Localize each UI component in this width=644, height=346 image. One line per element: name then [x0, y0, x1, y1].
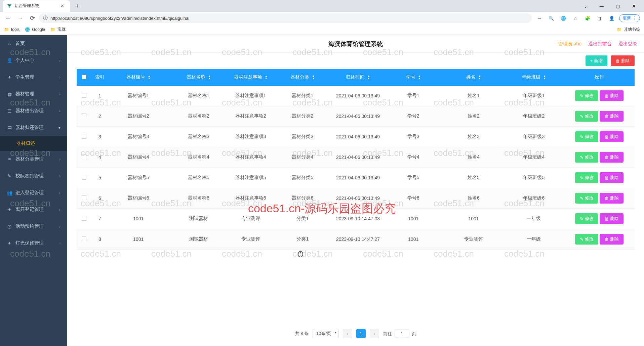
- new-tab-button[interactable]: +: [73, 1, 82, 11]
- edit-button[interactable]: ✎ 修改: [575, 111, 598, 122]
- page-number-button[interactable]: 1: [356, 329, 366, 338]
- edit-button[interactable]: ✎ 修改: [575, 213, 598, 224]
- sidebar-item-8[interactable]: 👥进入登记管理›: [0, 184, 67, 201]
- cell-sname: 姓名3: [443, 127, 504, 147]
- sidebar-item-5[interactable]: ▤器材归还管理▾: [0, 119, 67, 136]
- cell-code: 器材编号6: [108, 188, 168, 209]
- bookmark-google[interactable]: 🌐 Google: [25, 27, 45, 32]
- bookmark-star-icon[interactable]: ☆: [571, 13, 580, 23]
- delete-button[interactable]: 🗑 删除: [600, 152, 623, 163]
- sort-icon: ▲▼: [208, 75, 211, 80]
- edit-button[interactable]: ✎ 修改: [575, 193, 598, 204]
- search-icon[interactable]: 🔍: [547, 13, 556, 23]
- cell-time: 2021-04-06 00:13:49: [333, 147, 383, 168]
- edit-button[interactable]: ✎ 修改: [575, 131, 598, 142]
- profile-icon[interactable]: 👤: [607, 13, 616, 23]
- cell-code: 1001: [108, 209, 168, 229]
- cell-sno: 学号1: [383, 86, 443, 106]
- reload-button[interactable]: ⟳: [27, 13, 38, 24]
- select-all-checkbox[interactable]: [82, 75, 86, 79]
- cell-sname: 姓名5: [443, 168, 504, 188]
- column-header[interactable]: 索引: [91, 69, 108, 86]
- browser-tab[interactable]: 后台管理系统 ✕: [3, 0, 70, 12]
- content: 索引器材编号 ▲▼器材名称 ▲▼器材注意事项 ▲▼器材分类 ▲▼归还时间 ▲▼学…: [67, 69, 644, 346]
- bookmark-treasure[interactable]: 📁 宝藏: [50, 27, 66, 32]
- row-checkbox[interactable]: [82, 114, 86, 118]
- sidebar-item-2[interactable]: ✈学生管理›: [0, 69, 67, 86]
- column-header[interactable]: 归还时间 ▲▼: [333, 69, 383, 86]
- sidebar-item-10[interactable]: ◷活动预约管理›: [0, 218, 67, 235]
- sidebar-item-6[interactable]: ≡器材分类管理›: [0, 151, 67, 168]
- site-info-icon[interactable]: ⓘ: [43, 15, 48, 21]
- column-header[interactable]: 器材编号 ▲▼: [108, 69, 168, 86]
- nav-icon: ◷: [7, 224, 12, 229]
- edit-button[interactable]: ✎ 修改: [575, 234, 598, 245]
- logout-link[interactable]: 退出登录: [618, 41, 637, 47]
- forward-button[interactable]: →: [15, 13, 26, 24]
- logout-front-link[interactable]: 退出到前台: [588, 41, 612, 47]
- delete-button[interactable]: 🗑 删除: [600, 111, 623, 122]
- delete-button[interactable]: 🗑 删除: [600, 172, 623, 183]
- column-header[interactable]: 操作: [564, 69, 635, 86]
- page-jump-input[interactable]: [395, 330, 409, 338]
- column-header[interactable]: 器材注意事项 ▲▼: [229, 69, 273, 86]
- delete-button[interactable]: 🗑 删除: [600, 234, 623, 245]
- edit-button[interactable]: ✎ 修改: [575, 172, 598, 183]
- sidebar-item-1[interactable]: 👤个人中心›: [0, 52, 67, 69]
- sidebar-item-11[interactable]: ✦灯光保修管理›: [0, 235, 67, 252]
- sidebar-item-4[interactable]: ☰器材借出管理›: [0, 102, 67, 119]
- column-header[interactable]: 姓名 ▲▼: [443, 69, 504, 86]
- prev-page-button[interactable]: ‹: [343, 329, 352, 338]
- trash-icon: 🗑: [615, 58, 620, 63]
- sidebar-item-9[interactable]: ✈离开登记管理›: [0, 201, 67, 218]
- row-checkbox[interactable]: [82, 236, 86, 241]
- page-size-selector[interactable]: 10条/页 ▾: [313, 329, 339, 338]
- row-checkbox[interactable]: [82, 155, 86, 159]
- cell-name: 测试器材: [168, 229, 229, 250]
- other-bookmarks[interactable]: 📁 其他书签: [617, 27, 640, 32]
- back-button[interactable]: ←: [3, 13, 13, 24]
- maximize-button[interactable]: ▢: [610, 1, 625, 11]
- table-wrap: 索引器材编号 ▲▼器材名称 ▲▼器材注意事项 ▲▼器材分类 ▲▼归还时间 ▲▼学…: [77, 69, 635, 325]
- app: ⌂首页👤个人中心›✈学生管理›▦器材管理›☰器材借出管理›▤器材归还管理▾器材归…: [0, 35, 644, 346]
- column-header[interactable]: 学号 ▲▼: [383, 69, 443, 86]
- row-checkbox[interactable]: [82, 93, 86, 98]
- sidebar-item-0[interactable]: ⌂首页: [0, 35, 67, 52]
- row-checkbox[interactable]: [82, 216, 86, 221]
- extensions-icon[interactable]: 🧩: [583, 13, 592, 23]
- next-page-button[interactable]: ›: [370, 329, 379, 338]
- delete-button[interactable]: 🗑 删除: [600, 193, 623, 204]
- edit-button[interactable]: ✎ 修改: [575, 90, 598, 101]
- minimize-button[interactable]: —: [594, 1, 609, 11]
- key-icon[interactable]: ⊸: [534, 13, 544, 23]
- update-button[interactable]: 更新⋮: [619, 14, 640, 22]
- bookmark-tools[interactable]: 📁 tools: [4, 27, 19, 32]
- cell-sname: 姓名6: [443, 188, 504, 209]
- close-tab-icon[interactable]: ✕: [61, 3, 66, 9]
- delete-button[interactable]: 🗑 删除: [600, 131, 623, 142]
- cell-sno: 学号5: [383, 168, 443, 188]
- sidebar-subitem[interactable]: 器材归还: [0, 136, 67, 151]
- column-header[interactable]: 年级班级 ▲▼: [504, 69, 564, 86]
- nav-label: 器材归还管理: [15, 125, 44, 131]
- trash-icon: 🗑: [604, 237, 609, 242]
- row-checkbox[interactable]: [82, 196, 86, 200]
- column-header[interactable]: 器材名称 ▲▼: [168, 69, 229, 86]
- column-header[interactable]: 器材分类 ▲▼: [273, 69, 333, 86]
- delete-button[interactable]: 🗑 删除: [600, 213, 623, 224]
- delete-top-button[interactable]: 🗑 删除: [611, 55, 635, 66]
- add-button[interactable]: + 新增: [586, 55, 607, 66]
- translate-icon[interactable]: 🌐: [559, 13, 568, 23]
- close-window-button[interactable]: ✕: [627, 1, 641, 11]
- row-checkbox[interactable]: [82, 175, 86, 180]
- edit-button[interactable]: ✎ 修改: [575, 152, 598, 163]
- sort-icon: ▲▼: [312, 75, 315, 80]
- chevron-down-icon[interactable]: ⌄: [578, 1, 593, 11]
- sidebar-item-7[interactable]: ✎校队签到管理›: [0, 168, 67, 184]
- url-input[interactable]: [50, 16, 528, 21]
- pagination: 共 8 条 10条/页 ▾ ‹ 1 › 前往 页: [77, 325, 635, 342]
- row-checkbox[interactable]: [82, 134, 86, 139]
- delete-button[interactable]: 🗑 删除: [600, 90, 623, 101]
- sidebar-item-3[interactable]: ▦器材管理›: [0, 86, 67, 102]
- side-panel-icon[interactable]: ◨: [595, 13, 604, 23]
